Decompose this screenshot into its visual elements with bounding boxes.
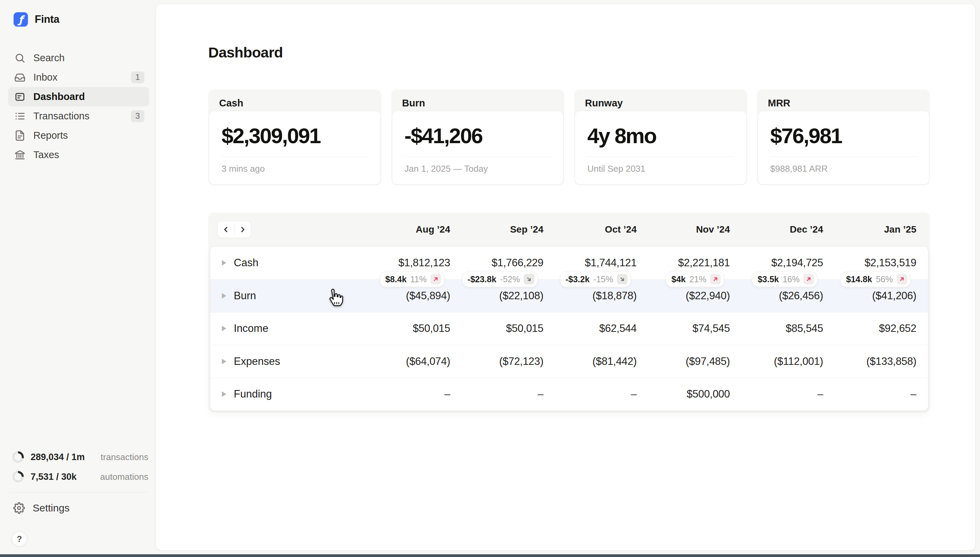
sidebar-item-label: Transactions	[33, 111, 90, 122]
row-label: Cash	[234, 257, 357, 269]
inbox-count-badge: 1	[131, 72, 144, 83]
table-row-funding[interactable]: Funding – – – $500,000 – –	[210, 378, 928, 410]
cell-value: ($26,456)	[730, 290, 823, 302]
cell-value: ($133,858)	[823, 355, 916, 368]
sidebar: ƒ Finta Search Inbox 1 Dashboard	[0, 0, 156, 557]
taxes-icon	[14, 149, 26, 161]
usage-automations: 7,531 / 30k automations	[8, 467, 149, 487]
chevron-left-icon	[222, 225, 230, 234]
cell-value: ($22,940)	[637, 290, 730, 302]
cell-value: ($97,485)	[637, 355, 730, 368]
cell-value: $2,153,519	[823, 257, 916, 269]
finta-logo-icon: ƒ	[14, 12, 28, 26]
automations-progress-ring	[12, 471, 24, 482]
sidebar-item-taxes[interactable]: Taxes	[8, 145, 149, 164]
cell-value: ($22,108)	[450, 290, 544, 302]
sidebar-item-inbox[interactable]: Inbox 1	[8, 68, 149, 87]
cell-value: $85,545	[730, 322, 823, 335]
cell-value: –	[544, 388, 637, 400]
column-header: Dec ’24	[730, 224, 823, 235]
kpi-card-body: -$41,206 Jan 1, 2025 — Today	[392, 111, 564, 184]
kpi-card-burn: Burn -$41,206 Jan 1, 2025 — Today	[391, 90, 565, 185]
kpi-title: Runway	[574, 90, 747, 109]
sidebar-item-dashboard[interactable]: Dashboard	[8, 87, 149, 106]
transactions-count-badge: 3	[131, 110, 144, 122]
column-header: Oct ’24	[544, 224, 637, 235]
cell-value: $62,544	[544, 322, 637, 335]
sidebar-item-reports[interactable]: Reports	[8, 126, 149, 145]
cell-value: –	[450, 388, 544, 400]
kpi-subtext: $988,981 ARR	[770, 164, 917, 174]
app-name: Finta	[35, 13, 60, 26]
cell-value: ($64,074)	[357, 355, 450, 368]
kpi-card-body: $2,309,091 3 mins ago	[209, 111, 381, 184]
kpi-card-mrr: MRR $76,981 $988,981 ARR	[757, 90, 930, 185]
main-panel: Dashboard Cash $2,309,091 3 mins ago Bur…	[156, 4, 975, 550]
cell-value: –	[823, 388, 916, 400]
month-pager	[218, 221, 251, 238]
kpi-title: MRR	[757, 90, 930, 109]
sidebar-item-label: Taxes	[33, 149, 59, 161]
usage-transactions: 289,034 / 1m transactions	[8, 447, 149, 467]
row-label: Income	[234, 322, 357, 335]
sidebar-item-settings[interactable]: Settings	[8, 498, 149, 518]
next-month-button[interactable]	[234, 221, 251, 238]
sidebar-footer: 289,034 / 1m transactions 7,531 / 30k au…	[8, 447, 149, 547]
column-header: Jan ’25	[823, 224, 916, 235]
cell-value: –	[730, 388, 823, 400]
cell-value: $1,766,229	[450, 257, 544, 269]
cell-value: $2,194,725	[730, 257, 823, 269]
kpi-value: $2,309,091	[222, 124, 368, 148]
kpi-divider	[770, 156, 917, 157]
cell-value: ($45,894)	[357, 290, 450, 302]
expand-triangle-icon[interactable]	[222, 260, 226, 265]
column-header: Nov ’24	[637, 224, 730, 235]
dashboard-icon	[14, 91, 26, 103]
kpi-subtext: Jan 1, 2025 — Today	[405, 164, 551, 174]
app-logo: ƒ Finta	[8, 12, 149, 26]
cell-value: $1,744,121	[544, 257, 637, 269]
table-row-income[interactable]: Income $50,015 $50,015 $62,544 $74,545 $…	[210, 312, 928, 345]
cell-value: $2,221,181	[637, 257, 730, 269]
window-bottom-edge	[0, 554, 980, 557]
sidebar-nav: Search Inbox 1 Dashboard Transactions 3	[8, 48, 149, 164]
mouse-cursor	[325, 288, 345, 307]
page-title: Dashboard	[208, 44, 930, 61]
row-label: Funding	[234, 388, 357, 400]
search-icon	[14, 52, 26, 64]
kpi-cards: Cash $2,309,091 3 mins ago Burn -$41,206…	[208, 90, 930, 185]
cell-value: $500,000	[637, 388, 730, 400]
sidebar-item-transactions[interactable]: Transactions 3	[8, 106, 149, 126]
cell-value: $50,015	[357, 322, 450, 335]
settings-label: Settings	[33, 502, 69, 514]
usage-label: transactions	[101, 452, 149, 463]
sidebar-item-label: Reports	[33, 130, 68, 141]
table-row-expenses[interactable]: Expenses ($64,074) ($72,123) ($81,442) (…	[210, 345, 928, 378]
chevron-right-icon	[238, 225, 247, 234]
cell-value: $1,812,123	[357, 257, 450, 269]
kpi-title: Burn	[391, 90, 565, 109]
kpi-card-body: 4y 8mo Until Sep 2031	[575, 111, 746, 184]
previous-month-button[interactable]	[218, 221, 234, 238]
table-body: Cash $1,812,123 $1,766,229 $1,744,121 $2…	[210, 246, 928, 410]
help-button[interactable]: ?	[11, 531, 27, 547]
expand-triangle-icon[interactable]	[222, 359, 226, 364]
help-icon: ?	[17, 534, 22, 544]
table-row-cash[interactable]: Cash $1,812,123 $1,766,229 $1,744,121 $2…	[210, 246, 928, 279]
expand-triangle-icon[interactable]	[222, 391, 226, 397]
kpi-divider	[587, 156, 734, 157]
table-row-burn[interactable]: Burn ($45,894) ($22,108) ($18,878) ($22,…	[210, 279, 928, 312]
sidebar-divider	[8, 492, 149, 492]
cell-value: $74,545	[637, 322, 730, 335]
cell-value: ($72,123)	[450, 355, 544, 368]
expand-triangle-icon[interactable]	[222, 326, 226, 331]
cell-value: ($81,442)	[544, 355, 637, 368]
expand-triangle-icon[interactable]	[222, 293, 226, 298]
reports-icon	[14, 130, 26, 142]
gear-icon	[13, 502, 25, 514]
sidebar-item-search[interactable]: Search	[8, 48, 149, 68]
cell-value: ($112,001)	[730, 355, 823, 368]
column-header: Aug ’24	[357, 224, 450, 235]
kpi-value: $76,981	[770, 124, 917, 148]
cell-value: $92,652	[823, 322, 916, 335]
